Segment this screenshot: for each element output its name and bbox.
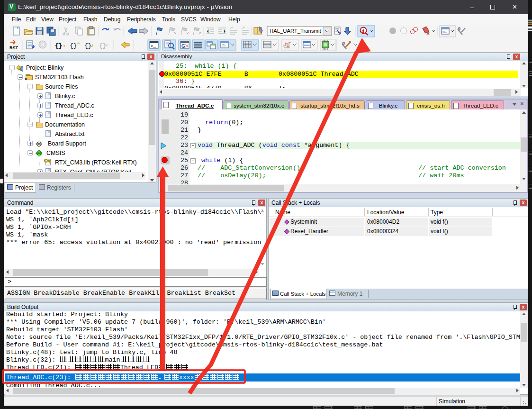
- svg-text:RST: RST: [9, 45, 18, 50]
- svg-text:>_: >_: [151, 44, 156, 49]
- svg-text:{}: {}: [70, 42, 77, 49]
- svg-text:G: G: [181, 44, 185, 49]
- svg-text:{}: {}: [84, 42, 92, 49]
- svg-text:{}: {}: [55, 42, 63, 49]
- svg-text:HAL_UART_Transmit: HAL_UART_Transmit: [270, 28, 321, 34]
- svg-text:{}: {}: [99, 42, 107, 49]
- svg-text:d: d: [361, 28, 364, 34]
